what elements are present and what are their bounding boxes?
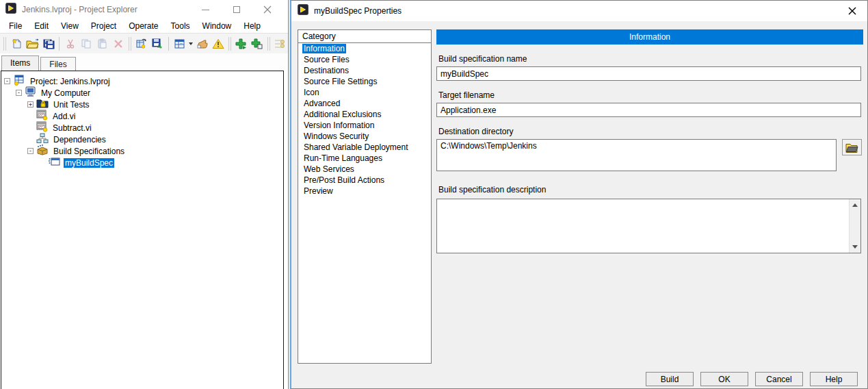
refresh-project-button[interactable] xyxy=(133,36,149,52)
description-scrollbar[interactable] xyxy=(849,199,860,253)
open-folder-icon xyxy=(845,142,858,153)
category-item-run-time-languages[interactable]: Run-Time Languages xyxy=(298,153,431,164)
tree-item-label[interactable]: Project: Jenkins.lvproj xyxy=(29,77,111,86)
tree-item-dependencies[interactable]: Dependencies xyxy=(1,134,283,145)
target-filename-input[interactable] xyxy=(436,103,861,117)
scroll-down-icon[interactable] xyxy=(850,241,860,253)
tab-files[interactable]: Files xyxy=(40,57,75,71)
build-specifications-icon xyxy=(36,145,49,158)
help-button[interactable]: Help xyxy=(810,372,858,386)
tab-items[interactable]: Items xyxy=(1,55,39,71)
description-input[interactable] xyxy=(437,199,849,253)
tab-bar: Items Files xyxy=(0,53,288,71)
tree-item-build-specifications[interactable]: - Build Specifications xyxy=(1,145,283,157)
close-icon[interactable] xyxy=(252,0,282,19)
tree-item-subtract-vi[interactable]: Subtract.vi xyxy=(1,122,283,134)
tree-item-label[interactable]: Dependencies xyxy=(52,135,107,145)
panel-header: Information xyxy=(436,29,863,45)
delete-button[interactable] xyxy=(111,36,127,52)
tree-item-my-computer[interactable]: - My Computer xyxy=(1,87,283,99)
menu-project[interactable]: Project xyxy=(85,20,122,32)
menu-edit[interactable]: Edit xyxy=(28,20,55,32)
menu-tools[interactable]: Tools xyxy=(165,20,196,32)
tree-item-label[interactable]: myBuildSpec xyxy=(64,158,114,168)
tools-hand-button[interactable] xyxy=(194,36,210,52)
open-folder-button[interactable] xyxy=(24,36,40,52)
category-item-web-services[interactable]: Web Services xyxy=(298,164,431,175)
category-item-preview[interactable]: Preview xyxy=(298,186,431,197)
category-item-icon[interactable]: Icon xyxy=(298,87,431,98)
category-item-pre-post-build-actions[interactable]: Pre/Post Build Actions xyxy=(298,175,431,186)
toolbar-grip[interactable] xyxy=(3,37,6,51)
destination-directory-label: Destination directory xyxy=(438,127,863,136)
destination-directory-input[interactable] xyxy=(436,139,837,171)
dialog-titlebar[interactable]: myBuildSpec Properties xyxy=(291,1,867,21)
menu-help[interactable]: Help xyxy=(237,20,267,32)
paste-button[interactable] xyxy=(94,36,110,52)
menu-view[interactable]: View xyxy=(55,20,85,32)
tree-item-label[interactable]: Add.vi xyxy=(51,112,77,121)
scroll-up-icon[interactable] xyxy=(850,199,860,211)
category-header: Category xyxy=(298,30,431,43)
expander-collapse-icon[interactable]: - xyxy=(16,90,22,96)
close-icon[interactable] xyxy=(837,1,867,21)
window-grid-button[interactable] xyxy=(172,36,187,52)
description-box xyxy=(436,199,861,253)
category-item-version-information[interactable]: Version Information xyxy=(298,120,431,131)
computer-icon xyxy=(25,86,36,99)
tree-item-unit-tests[interactable]: + Unit Tests xyxy=(1,99,283,110)
application-icon xyxy=(48,156,60,169)
menu-operate[interactable]: Operate xyxy=(122,20,164,32)
category-item-information[interactable]: Information xyxy=(298,43,431,54)
toolbar-grip[interactable] xyxy=(267,37,270,51)
expander-collapse-icon[interactable]: - xyxy=(4,78,10,84)
menu-window[interactable]: Window xyxy=(196,20,238,32)
project-explorer-titlebar[interactable]: Jenkins.lvproj - Project Explorer xyxy=(0,0,288,19)
labview-icon xyxy=(298,4,308,18)
save-hierarchy-button[interactable] xyxy=(150,36,166,52)
tree-item-label[interactable]: Subtract.vi xyxy=(51,123,93,133)
toolbar-icon-clipped[interactable] xyxy=(272,36,288,52)
category-item-advanced[interactable]: Advanced xyxy=(298,98,431,109)
expander-expand-icon[interactable]: + xyxy=(27,101,34,108)
toolbar xyxy=(0,33,288,53)
toolbar-grip[interactable] xyxy=(129,37,131,51)
tree-item-label[interactable]: Unit Tests xyxy=(52,100,90,110)
build-spec-name-label: Build specification name xyxy=(438,54,863,64)
build-spec-name-input[interactable] xyxy=(436,66,861,81)
tree-item-mybuildspec[interactable]: myBuildSpec xyxy=(1,157,283,168)
category-item-source-file-settings[interactable]: Source File Settings xyxy=(298,76,431,87)
tree-item-label[interactable]: My Computer xyxy=(40,88,92,98)
menu-file[interactable]: File xyxy=(3,20,28,32)
category-item-destinations[interactable]: Destinations xyxy=(298,65,431,76)
save-all-button[interactable] xyxy=(40,36,56,52)
minimize-icon[interactable] xyxy=(190,0,221,19)
category-item-shared-variable-deployment[interactable]: Shared Variable Deployment xyxy=(298,142,431,153)
ok-button[interactable]: OK xyxy=(700,372,748,386)
cancel-button[interactable]: Cancel xyxy=(755,372,803,386)
category-item-source-files[interactable]: Source Files xyxy=(298,54,431,65)
new-file-button[interactable] xyxy=(8,36,24,52)
properties-dialog: myBuildSpec Properties Category Informat… xyxy=(290,0,868,389)
add-folder-button[interactable] xyxy=(249,36,265,52)
add-item-button[interactable] xyxy=(233,36,249,52)
window-title: Jenkins.lvproj - Project Explorer xyxy=(22,5,137,14)
maximize-icon[interactable] xyxy=(221,0,252,19)
warning-icon[interactable] xyxy=(210,36,226,52)
browse-folder-button[interactable] xyxy=(842,139,862,155)
tree-item-project[interactable]: - Project: Jenkins.lvproj xyxy=(1,75,283,87)
window-grid-dropdown-icon[interactable] xyxy=(187,36,194,52)
category-item-additional-exclusions[interactable]: Additional Exclusions xyxy=(298,109,431,120)
category-item-windows-security[interactable]: Windows Security xyxy=(298,131,431,142)
toolbar-grip[interactable] xyxy=(228,37,231,51)
tree-item-label[interactable]: Build Specifications xyxy=(52,147,126,156)
category-list: Category Information Source Files Destin… xyxy=(298,29,432,364)
copy-button[interactable] xyxy=(79,36,94,52)
expander-collapse-icon[interactable]: - xyxy=(27,148,34,154)
tree-item-add-vi[interactable]: Add.vi xyxy=(1,110,283,122)
build-button[interactable]: Build xyxy=(646,372,694,386)
information-panel: Information Build specification name Tar… xyxy=(436,29,863,253)
project-icon xyxy=(13,75,25,88)
cut-button[interactable] xyxy=(62,36,78,52)
target-filename-label: Target filename xyxy=(438,90,863,100)
